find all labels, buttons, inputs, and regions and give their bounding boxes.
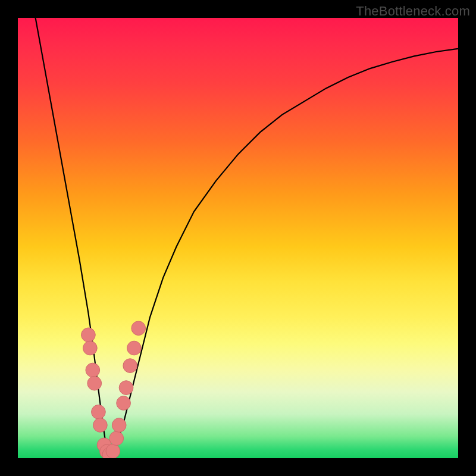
data-dot [87,376,102,390]
watermark-text: TheBottleneck.com [356,4,470,19]
data-dots [82,321,146,458]
plot-area [18,18,458,458]
data-dot [127,341,142,355]
data-dot [131,321,146,336]
data-dot [112,418,126,433]
data-dot [83,341,98,355]
chart-frame: TheBottleneck.com [0,0,476,476]
data-dot [123,359,137,373]
data-dot [119,381,133,395]
data-dot [117,396,131,411]
bottleneck-curve [36,18,458,458]
data-dot [93,418,108,433]
data-dot [82,328,96,342]
data-dot [109,431,124,446]
data-dot [86,363,100,377]
data-dot [92,405,106,419]
curve-layer [18,18,458,458]
data-dot [106,444,120,458]
